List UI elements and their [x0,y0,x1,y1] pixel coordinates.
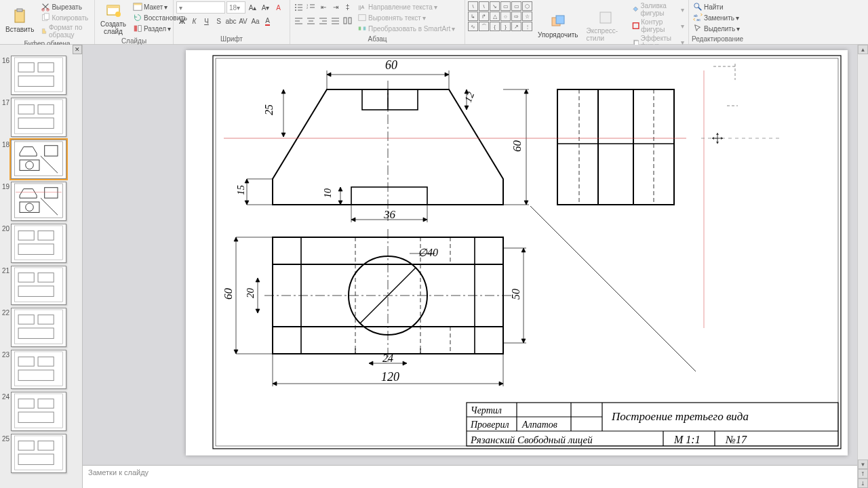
align-justify-icon[interactable] [330,15,341,26]
numbering-icon[interactable]: 12 [305,1,317,13]
thumb-row: 19 [0,180,82,222]
slide-canvas[interactable]: 60 25 12 15 10 36 60 [83,45,868,488]
slide-thumbnail[interactable] [11,392,66,431]
shape-circle[interactable]: ○ [500,12,511,21]
slide-thumbnail[interactable] [11,140,66,179]
slide-thumbnail[interactable] [11,56,66,95]
dedent-icon[interactable]: ⇤ [317,1,329,13]
select-button[interactable]: Выделить ▾ [692,23,741,34]
svg-rect-76 [38,273,54,283]
shape-arrow2[interactable]: ↗ [511,22,521,31]
svg-rect-98 [351,187,427,205]
group-label-font: Шрифт [176,35,287,44]
tb-drew: Чертил [471,405,502,415]
font-family-combo[interactable]: ▾ [176,1,225,14]
align-text-button[interactable]: Выровнять текст ▾ [356,12,456,23]
dim-20: 20 [245,288,256,299]
vertical-scrollbar[interactable]: ▲ ▼ ⤒ ⤓ [857,45,868,488]
line-spacing-icon[interactable]: ‡ [342,1,353,13]
shape-line[interactable]: \ [468,1,478,11]
scroll-up-icon[interactable]: ▲ [858,45,868,54]
format-painter-button[interactable]: Формат по образцу [39,23,92,39]
shape-conn[interactable]: ↳ [468,12,478,21]
italic-icon[interactable]: К [189,16,200,27]
tb-checked: Проверил [470,420,509,430]
svg-rect-92 [38,441,54,451]
shape-brace2[interactable]: } [500,22,511,31]
shapes-gallery[interactable]: \ \ ↘ ▭ ▭ ⬡ ↳ ↱ △ ○ ⇨ ☆ ∿ ⌒ { } ↗ ⋮ [468,1,532,50]
increase-font-icon[interactable]: A▴ [247,2,258,14]
arrange-button[interactable]: Упорядочить [535,1,581,50]
strike-icon[interactable]: S [213,16,224,27]
svg-rect-43 [600,12,611,23]
case-icon[interactable]: Aa [250,16,261,27]
svg-text:||A: ||A [359,5,365,10]
close-pane-icon[interactable]: ✕ [73,45,82,54]
align-right-icon[interactable] [317,15,329,26]
paste-button[interactable]: Вставить [3,1,37,39]
shape-fill-button[interactable]: Заливка фигуры ▾ [631,1,686,18]
underline-icon[interactable]: Ч [201,16,212,27]
thumb-row: 25 [0,432,82,474]
font-size-combo[interactable]: 18 ▾ [226,1,245,14]
svg-rect-5 [45,14,50,20]
bold-icon[interactable]: Ж [176,16,188,27]
slide-thumbnail[interactable] [11,350,66,389]
notes-placeholder[interactable]: Заметки к слайду [83,465,857,488]
new-slide-button[interactable]: Создать слайд [98,1,129,37]
shape-outline-button[interactable]: Контур фигуры ▾ [631,18,686,34]
shape-tri[interactable]: △ [490,12,500,21]
current-slide[interactable]: 60 25 12 15 10 36 60 [186,50,848,455]
slide-thumbnail[interactable] [11,434,66,473]
align-left-icon[interactable] [293,15,304,26]
scroll-down-icon[interactable]: ▼ [858,460,868,469]
thumb-row: 23 [0,348,82,390]
thumb-row: 21 [0,264,82,306]
shape-star[interactable]: ☆ [522,12,532,21]
slide-thumbnail[interactable] [11,98,66,137]
copy-button[interactable]: Копировать [39,12,92,23]
decrease-font-icon[interactable]: A▾ [260,2,271,14]
columns-icon[interactable] [342,15,353,26]
shape-curve2[interactable]: ⌒ [479,22,489,31]
svg-text:ab: ab [694,14,698,18]
font-color-icon[interactable]: A [262,16,273,27]
cut-button[interactable]: Вырезать [39,1,92,12]
quick-styles-button[interactable]: Экспресс-стили [584,1,628,50]
slide-thumbnail[interactable] [11,308,66,347]
dim-24: 24 [382,352,393,364]
shape-hex[interactable]: ⬡ [522,1,532,11]
shape-arrow[interactable]: ⇨ [511,12,521,21]
shape-brace[interactable]: { [490,22,500,31]
bullets-icon[interactable] [293,1,304,13]
shape-line2[interactable]: \ [479,1,489,11]
indent-icon[interactable]: ⇥ [330,1,341,13]
shadow-icon[interactable]: abc [225,16,237,27]
work-area: ✕ 16171819202122232425 [0,45,868,488]
shape-rect[interactable]: ▭ [500,1,511,11]
find-button[interactable]: Найти [692,1,741,12]
next-slide-icon[interactable]: ⤓ [858,479,868,488]
svg-point-13 [295,4,296,5]
text-direction-button[interactable]: ||AНаправление текста ▾ [356,1,456,12]
prev-slide-icon[interactable]: ⤒ [858,469,868,479]
slide-thumbnail[interactable] [11,224,66,263]
dim-12: 12 [462,90,477,104]
svg-line-121 [530,206,696,371]
spacing-icon[interactable]: AV [237,16,249,27]
svg-rect-35 [344,18,347,24]
align-center-icon[interactable] [305,15,317,26]
slide-thumbnail[interactable] [11,182,66,221]
shape-rect2[interactable]: ▭ [511,1,521,11]
dim-60l: 60 [222,288,235,300]
clear-format-icon[interactable]: A [273,2,284,14]
slide-thumbnail[interactable] [11,266,66,305]
shape-more[interactable]: ⋮ [522,22,532,31]
shape-curve[interactable]: ∿ [468,22,478,31]
svg-rect-65 [45,188,58,198]
shape-conn2[interactable]: ↱ [479,12,489,21]
shape-line3[interactable]: ↘ [490,1,500,11]
replace-button[interactable]: abacЗаменить ▾ [692,12,741,23]
smartart-button[interactable]: Преобразовать в SmartArt ▾ [356,23,456,34]
svg-point-8 [115,12,121,17]
